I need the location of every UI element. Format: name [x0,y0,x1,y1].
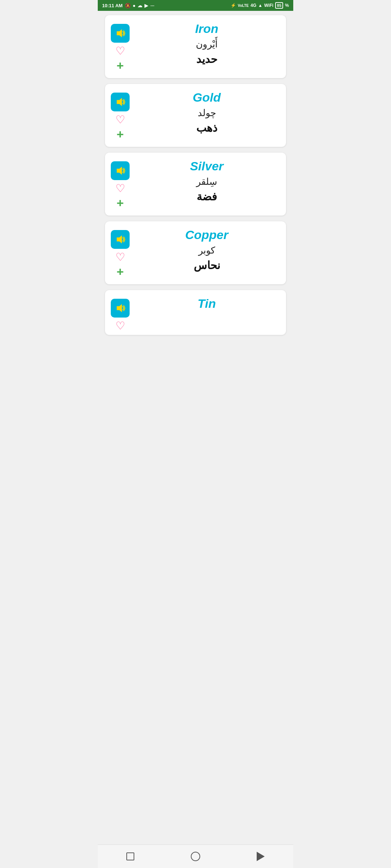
arabic-silver: فضة [197,190,217,203]
sound-button-tin[interactable] [111,299,130,318]
card-text-iron: Iron أَيْرون حديد [133,22,280,65]
mute-icon: 🔕 [125,3,131,8]
transliteration-silver: سِلقر [196,176,217,187]
card-icons-silver: ♡ + [111,159,130,209]
transliteration-copper: كوبر [198,245,215,256]
status-right: ⚡ VoLTE 4G ▲ WiFi 85 % [231,2,289,9]
play-icon: ▶ [144,3,148,8]
wifi-icon: WiFi [264,3,273,8]
transliteration-gold: چولد [198,107,216,119]
add-button-silver[interactable]: + [117,197,124,209]
card-icons-copper: ♡ + [111,228,130,278]
card-icons-iron: ♡ + [111,22,130,72]
card-text-tin: Tin [133,297,280,311]
time: 10:11 AM [102,3,123,8]
weather-icon: ☁ [138,3,142,8]
sound-button-iron[interactable] [111,24,130,43]
signal-icon: ▲ [258,3,262,8]
battery-icon: 85 [275,2,283,9]
sound-button-silver[interactable] [111,161,130,180]
sound-button-gold[interactable] [111,93,130,111]
favorite-button-gold[interactable]: ♡ [115,114,125,125]
card-iron: ♡ + Iron أَيْرون حديد [105,15,286,78]
english-title-copper: Copper [185,228,228,242]
favorite-button-tin[interactable]: ♡ [115,320,125,331]
more-icon: ··· [150,3,154,8]
english-title-tin: Tin [198,297,216,311]
arabic-iron: حديد [196,53,218,65]
add-button-gold[interactable]: + [117,128,124,140]
card-gold: ♡ + Gold چولد ذهب [105,84,286,147]
arabic-gold: ذهب [196,122,217,134]
card-text-copper: Copper كوبر نحاس [133,228,280,272]
add-button-iron[interactable]: + [117,59,124,72]
transliteration-iron: أَيْرون [196,39,218,50]
card-icons-gold: ♡ + [111,90,130,140]
battery-percent: % [285,3,289,8]
english-title-gold: Gold [193,90,220,105]
english-title-iron: Iron [195,22,218,36]
card-text-gold: Gold چولد ذهب [133,90,280,134]
sound-button-copper[interactable] [111,230,130,249]
card-text-silver: Silver سِلقر فضة [133,159,280,203]
network-icon: 4G [251,3,256,8]
status-left: 10:11 AM 🔕 ● ☁ ▶ ··· [102,3,154,8]
english-title-silver: Silver [190,159,224,173]
card-tin: ♡ Tin [105,290,286,335]
favorite-button-silver[interactable]: ♡ [115,183,125,194]
bluetooth-icon: ⚡ [231,3,236,8]
favorite-button-copper[interactable]: ♡ [115,252,125,263]
add-button-copper[interactable]: + [117,265,124,278]
favorite-button-iron[interactable]: ♡ [115,46,125,56]
whatsapp-icon: ● [133,3,136,8]
volte-icon: VoLTE [238,4,249,8]
card-icons-tin: ♡ [111,297,130,331]
card-silver: ♡ + Silver سِلقر فضة [105,153,286,216]
content-area: ♡ + Iron أَيْرون حديد ♡ + Gold چولد [98,11,293,339]
status-bar: 10:11 AM 🔕 ● ☁ ▶ ··· ⚡ VoLTE 4G ▲ WiFi 8… [98,0,293,11]
card-copper: ♡ + Copper كوبر نحاس [105,221,286,284]
arabic-copper: نحاس [194,259,220,272]
